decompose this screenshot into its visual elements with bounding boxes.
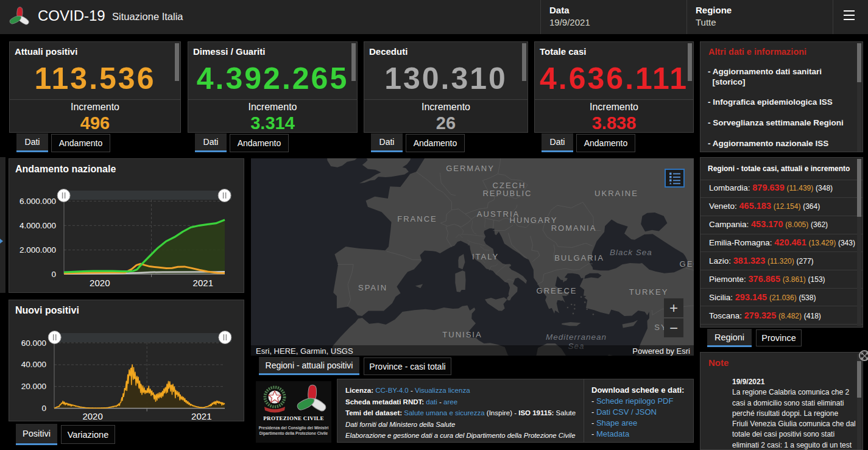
svg-text:60.000: 60.000 [21, 339, 46, 348]
svg-text:4.000.000: 4.000.000 [19, 221, 56, 230]
svg-text:2020: 2020 [90, 278, 110, 288]
svg-text:6.000.000: 6.000.000 [19, 197, 56, 206]
svg-text:0: 0 [51, 270, 56, 279]
svg-text:REPUBLIC: REPUBLIC [482, 189, 532, 198]
svg-text:UKRAINE: UKRAINE [595, 189, 638, 198]
svg-text:Mediterranean: Mediterranean [546, 332, 607, 342]
svg-text:SPAIN: SPAIN [358, 283, 387, 292]
svg-text:2021: 2021 [191, 411, 211, 421]
svg-text:2020: 2020 [82, 411, 102, 421]
svg-text:0: 0 [41, 404, 46, 413]
svg-text:ITALY: ITALY [472, 252, 499, 261]
svg-text:BULGARIA: BULGARIA [554, 253, 604, 262]
svg-text:TURKEY: TURKEY [629, 287, 669, 297]
svg-text:TUNISIA: TUNISIA [442, 330, 482, 339]
svg-text:2.000.000: 2.000.000 [19, 245, 56, 255]
svg-text:HUNGARY: HUNGARY [510, 216, 558, 225]
svg-text:Black Sea: Black Sea [610, 248, 652, 257]
svg-text:FRANCE: FRANCE [397, 214, 437, 223]
svg-text:ROMANIA: ROMANIA [551, 223, 597, 233]
svg-text:20.000: 20.000 [21, 382, 46, 391]
svg-text:2021: 2021 [193, 278, 213, 288]
svg-text:GEO: GEO [680, 259, 694, 269]
svg-text:40.000: 40.000 [21, 360, 46, 369]
svg-text:GERMANY: GERMANY [446, 164, 495, 173]
svg-text:GREECE: GREECE [537, 286, 577, 295]
